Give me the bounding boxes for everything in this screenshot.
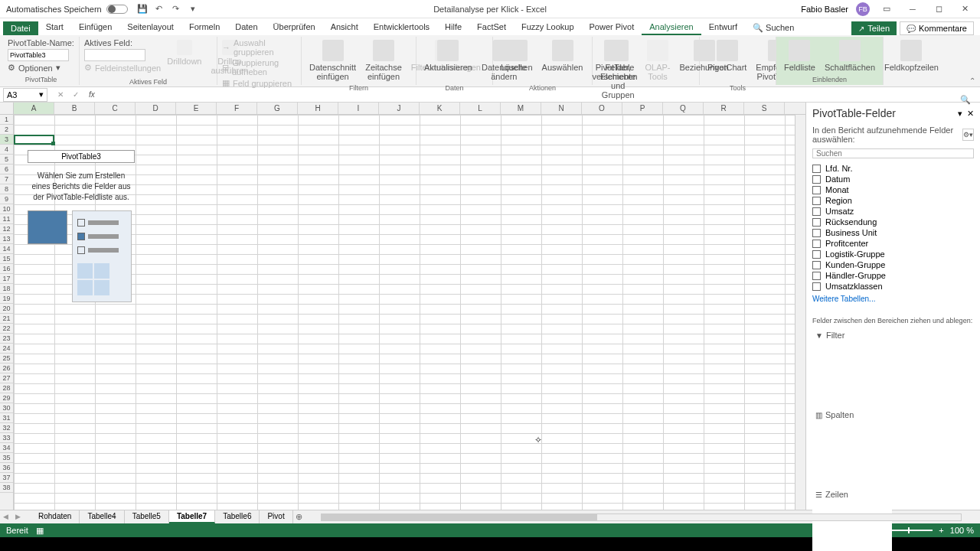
horizontal-scrollbar[interactable] — [321, 514, 962, 521]
field-item[interactable]: Monat — [812, 184, 974, 195]
row-header[interactable]: 33 — [0, 433, 13, 443]
row-header[interactable]: 29 — [0, 393, 13, 403]
row-header[interactable]: 20 — [0, 304, 13, 314]
row-header[interactable]: 25 — [0, 354, 13, 364]
tab-einfügen[interactable]: Einfügen — [71, 20, 119, 35]
field-item[interactable]: Umsatz — [812, 206, 974, 217]
avatar[interactable]: FB — [856, 2, 870, 16]
row-header[interactable]: 4 — [0, 145, 13, 155]
field-item[interactable]: Business Unit — [812, 227, 974, 238]
row-header[interactable]: 16 — [0, 264, 13, 274]
timeline-button[interactable]: Zeitachse einfügen — [362, 38, 405, 83]
sheet-tab[interactable]: Tabelle6 — [215, 510, 260, 523]
col-header[interactable]: G — [257, 103, 298, 114]
col-header[interactable]: B — [54, 103, 95, 114]
zoom-level[interactable]: 100 % — [950, 526, 974, 535]
view-normal-icon[interactable] — [821, 526, 833, 535]
redo-icon[interactable]: ↷ — [171, 4, 181, 15]
zoom-slider[interactable] — [887, 530, 933, 531]
tab-start[interactable]: Start — [38, 20, 71, 35]
undo-icon[interactable]: ↶ — [154, 4, 165, 15]
field-item[interactable]: Lfd. Nr. — [812, 163, 974, 174]
share-button[interactable]: ↗ Teilen — [851, 21, 897, 35]
row-header[interactable]: 17 — [0, 274, 13, 284]
sheet-tab[interactable]: Rohdaten — [31, 510, 80, 523]
tab-factset[interactable]: FactSet — [469, 20, 514, 35]
options-button[interactable]: ⚙ Optionen ▾ — [8, 63, 74, 73]
clear-button[interactable]: Löschen — [498, 38, 536, 73]
col-header[interactable]: J — [379, 103, 420, 114]
filter-area[interactable]: ▼ Filter — [812, 329, 892, 406]
tab-seitenlayout[interactable]: Seitenlayout — [119, 20, 181, 35]
col-header[interactable]: N — [541, 103, 582, 114]
fieldpane-search-input[interactable] — [812, 148, 974, 158]
more-tables-link[interactable]: Weitere Tabellen... — [812, 292, 974, 306]
row-header[interactable]: 2 — [0, 125, 13, 135]
add-sheet-icon[interactable]: ⊕ — [293, 512, 305, 522]
active-field-input[interactable] — [84, 49, 145, 61]
row-header[interactable]: 23 — [0, 334, 13, 344]
col-header[interactable]: S — [744, 103, 785, 114]
macro-record-icon[interactable]: ▦ — [36, 526, 44, 536]
fx-icon[interactable]: fx — [89, 90, 95, 99]
sheet-tab[interactable]: Tabelle7 — [169, 510, 215, 523]
row-header[interactable]: 1 — [0, 115, 13, 125]
view-layout-icon[interactable] — [839, 526, 851, 535]
row-header[interactable]: 8 — [0, 184, 13, 194]
col-header[interactable]: I — [338, 103, 379, 114]
col-header[interactable]: E — [176, 103, 217, 114]
sheet-tab[interactable]: Tabelle4 — [80, 510, 124, 523]
field-item[interactable]: Rücksendung — [812, 217, 974, 227]
view-break-icon[interactable] — [858, 526, 870, 535]
col-header[interactable]: K — [420, 103, 460, 114]
col-header[interactable]: C — [95, 103, 136, 114]
row-header[interactable]: 13 — [0, 234, 13, 244]
row-header[interactable]: 19 — [0, 294, 13, 304]
row-header[interactable]: 21 — [0, 314, 13, 324]
field-item[interactable]: Kunden-Gruppe — [812, 259, 974, 270]
row-header[interactable]: 6 — [0, 165, 13, 174]
col-header[interactable]: R — [704, 103, 744, 114]
headers-button[interactable]: Feldkopfzeilen — [881, 38, 942, 73]
tab-formeln[interactable]: Formeln — [181, 20, 227, 35]
name-box[interactable]: A3▾ — [3, 88, 47, 102]
select-all-corner[interactable] — [0, 103, 14, 114]
row-header[interactable]: 9 — [0, 194, 13, 204]
close-icon[interactable]: ✕ — [956, 2, 974, 17]
row-header[interactable]: 5 — [0, 155, 13, 165]
fieldpane-gear-icon[interactable]: ⚙▾ — [962, 129, 974, 141]
search-icon[interactable]: 🔍 — [960, 95, 971, 105]
slicer-button[interactable]: Datenschnitt einfügen — [306, 38, 359, 83]
tab-hilfe[interactable]: Hilfe — [437, 20, 469, 35]
row-header[interactable]: 28 — [0, 383, 13, 393]
field-item[interactable]: Umsatzklassen — [812, 281, 974, 292]
row-header[interactable]: 22 — [0, 324, 13, 334]
select-button[interactable]: Auswählen — [539, 38, 586, 73]
col-header[interactable]: H — [298, 103, 338, 114]
row-header[interactable]: 3 — [0, 135, 13, 145]
pivotchart-button[interactable]: PivotChart — [704, 38, 750, 73]
zoom-out-icon[interactable]: − — [876, 526, 880, 535]
buttons-button[interactable]: Schaltflächen — [822, 38, 878, 73]
col-header[interactable]: M — [501, 103, 541, 114]
field-item[interactable]: Händler-Gruppe — [812, 270, 974, 281]
tab-daten[interactable]: Daten — [227, 20, 265, 35]
field-item[interactable]: Profitcenter — [812, 238, 974, 249]
ribbon-mode-icon[interactable]: ▭ — [877, 2, 896, 17]
fields-items-button[interactable]: Felder, Elemente und Gruppen — [597, 38, 639, 101]
col-header[interactable]: A — [14, 103, 54, 114]
row-header[interactable]: 11 — [0, 214, 13, 224]
tab-ansicht[interactable]: Ansicht — [323, 20, 366, 35]
row-header[interactable]: 30 — [0, 403, 13, 413]
minimize-icon[interactable]: ─ — [903, 2, 922, 17]
selected-cell[interactable] — [14, 135, 54, 145]
tab-power pivot[interactable]: Power Pivot — [582, 20, 642, 35]
fieldpane-dropdown-icon[interactable]: ▾ — [958, 109, 962, 119]
tab-analysieren[interactable]: Analysieren — [642, 20, 701, 35]
row-header[interactable]: 26 — [0, 364, 13, 373]
row-header[interactable]: 34 — [0, 443, 13, 453]
row-header[interactable]: 31 — [0, 413, 13, 423]
row-header[interactable]: 15 — [0, 254, 13, 264]
row-header[interactable]: 35 — [0, 453, 13, 463]
tab-fuzzy lookup[interactable]: Fuzzy Lookup — [514, 20, 581, 35]
